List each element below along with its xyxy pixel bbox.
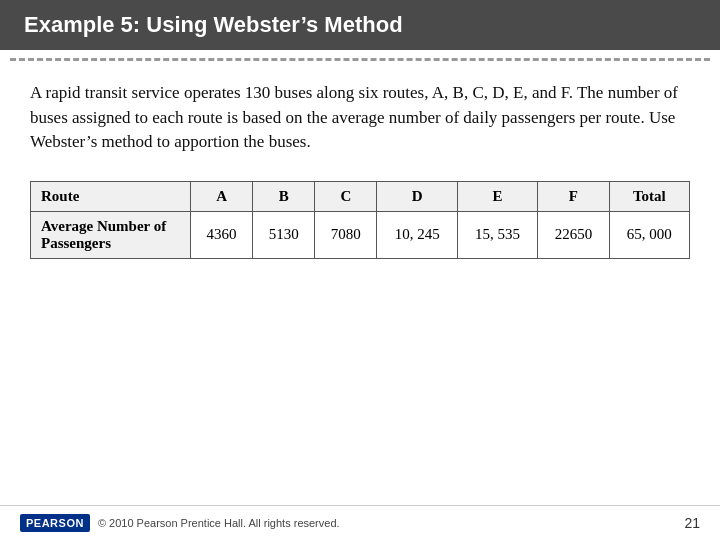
footer-left: PEARSON © 2010 Pearson Prentice Hall. Al… <box>20 514 340 532</box>
slide-header: Example 5: Using Webster’s Method <box>0 0 720 50</box>
col-header-c: C <box>315 181 377 211</box>
row-label: Average Number of Passengers <box>31 211 191 258</box>
col-header-a: A <box>191 181 253 211</box>
col-header-total: Total <box>609 181 689 211</box>
col-header-d: D <box>377 181 457 211</box>
page-number: 21 <box>684 515 700 531</box>
data-table-wrapper: Route A B C D E F Total Average Number o… <box>30 181 690 259</box>
data-table: Route A B C D E F Total Average Number o… <box>30 181 690 259</box>
cell-c: 7080 <box>315 211 377 258</box>
content-area: A rapid transit service operates 130 bus… <box>0 61 720 505</box>
header-title: Example 5: Using Webster’s Method <box>24 12 403 37</box>
cell-f: 22650 <box>538 211 609 258</box>
cell-e: 15, 535 <box>457 211 537 258</box>
cell-d: 10, 245 <box>377 211 457 258</box>
col-header-b: B <box>253 181 315 211</box>
table-row: Average Number of Passengers 4360 5130 7… <box>31 211 690 258</box>
col-header-e: E <box>457 181 537 211</box>
pearson-logo: PEARSON <box>20 514 90 532</box>
col-header-f: F <box>538 181 609 211</box>
cell-total: 65, 000 <box>609 211 689 258</box>
cell-a: 4360 <box>191 211 253 258</box>
cell-b: 5130 <box>253 211 315 258</box>
slide-container: Example 5: Using Webster’s Method A rapi… <box>0 0 720 540</box>
description-paragraph: A rapid transit service operates 130 bus… <box>30 81 690 155</box>
col-header-route: Route <box>31 181 191 211</box>
slide-footer: PEARSON © 2010 Pearson Prentice Hall. Al… <box>0 505 720 540</box>
table-header-row: Route A B C D E F Total <box>31 181 690 211</box>
copyright-text: © 2010 Pearson Prentice Hall. All rights… <box>98 517 340 529</box>
